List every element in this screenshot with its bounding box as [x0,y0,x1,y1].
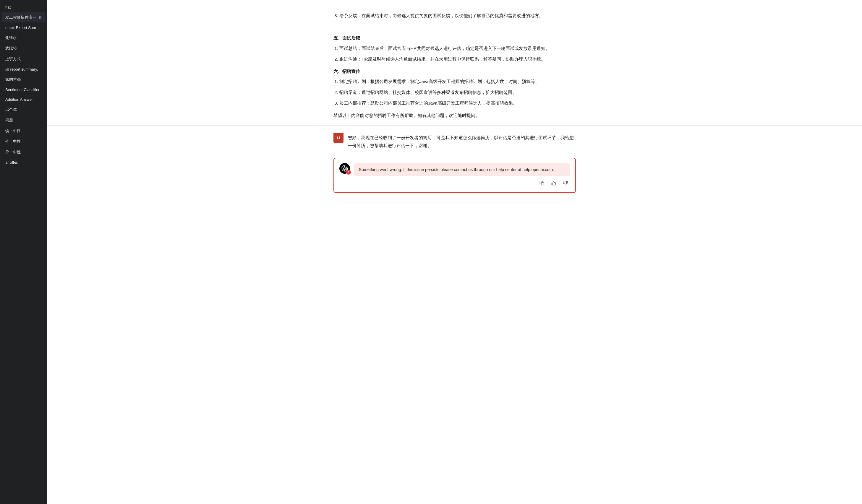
section5-list: 面试总结：面试结束后，面试官应与HR共同对候选人进行评估，确定是否进入下一轮面试… [334,44,576,63]
sidebar-item-14[interactable]: 价：中性 [2,147,45,157]
error-container: ! Something went wrong. If this issue pe… [334,158,576,193]
error-bubble: Something went wrong. If this issue pers… [354,163,570,176]
sidebar: hat 发工程师招聘流 ✏ 🗑 ompt: Expert Summary. 化请… [0,0,47,504]
gpt-icon-wrap: ! [339,163,350,174]
sidebar-item-15[interactable]: ar offer. [2,158,45,167]
section6-item-3: 员工内部推荐：鼓励公司内部员工推荐合适的Java高级开发工程师候选人，提高招聘效… [339,99,576,107]
sidebar-item-3[interactable]: 化请求 [2,33,45,43]
error-badge: ! [346,170,351,175]
section5-item-2: 跟进沟通：HR应及时与候选人沟通面试结果，并在录用过程中保持联系，解答疑问，协助… [339,55,576,63]
user-avatar: LI [334,133,343,143]
sidebar-item-7[interactable]: 家的首都 [2,75,45,84]
preceding-item: 给予反馈：在面试结束时，向候选人提供简要的面试反馈，以便他们了解自己的优势和需要… [339,12,576,19]
error-actions [354,179,570,188]
sidebar-item-6[interactable]: ial report summary. [2,65,45,74]
thumbs-down-button[interactable] [561,179,570,188]
section6-item-1: 制定招聘计划：根据公司发展需求，制定Java高级开发工程师的招聘计划，包括人数、… [339,78,576,85]
item-actions: ✏ 🗑 [33,15,42,20]
sidebar-item-5[interactable]: 上班方式 [2,54,45,64]
sidebar-item-2[interactable]: ompt: Expert Summary. [2,23,45,32]
error-message-block: ! Something went wrong. If this issue pe… [322,154,588,197]
sidebar-item-chat[interactable]: hat [2,3,45,12]
section6-list: 制定招聘计划：根据公司发展需求，制定Java高级开发工程师的招聘计划，包括人数、… [334,78,576,107]
sidebar-item-9[interactable]: Addition Answer [2,95,45,104]
sidebar-item-12[interactable]: 愤：中性 [2,126,45,136]
copy-button[interactable] [537,179,546,188]
assistant-message-preceding: 给予反馈：在面试结束时，向候选人提供简要的面试反馈，以便他们了解自己的优势和需要… [322,6,588,26]
sidebar-item-active[interactable]: 发工程师招聘流 ✏ 🗑 [2,12,45,23]
delete-icon[interactable]: 🗑 [38,15,42,20]
sidebar-item-4[interactable]: 式比较 [2,43,45,53]
edit-icon[interactable]: ✏ [33,15,36,20]
sidebar-item-11[interactable]: 问题 [2,115,45,125]
sidebar-item-10[interactable]: 出个体 [2,105,45,115]
user-message-text: 您好，我现在已经收到了一份开发者的简历，可是我不知道怎么筛选简历，以评估是否邀约… [348,133,576,149]
error-text-area: Something went wrong. If this issue pers… [354,163,570,188]
sidebar-item-8[interactable]: Sentiment Classifier [2,85,45,94]
divider [47,125,862,125]
sidebar-item-13[interactable]: 价：中性 [2,136,45,147]
section5-item-1: 面试总结：面试结束后，面试官应与HR共同对候选人进行评估，确定是否进入下一轮面试… [339,44,576,52]
thumbs-up-button[interactable] [549,179,558,188]
error-message-text: Something went wrong. If this issue pers… [359,167,554,172]
section6-item-2: 招聘渠道：通过招聘网站、社交媒体、校园宣讲等多种渠道发布招聘信息，扩大招聘范围。 [339,89,576,96]
summary-text: 希望以上内容能对您的招聘工作有所帮助。如有其他问题，欢迎随时提问。 [334,112,576,119]
section5-title: 五、面试后续 [334,34,576,42]
svg-rect-0 [541,183,544,185]
main-panel: 给予反馈：在面试结束时，向候选人提供简要的面试反馈，以便他们了解自己的优势和需要… [47,0,862,504]
chat-area[interactable]: 给予反馈：在面试结束时，向候选人提供简要的面试反馈，以便他们了解自己的优势和需要… [47,0,862,504]
assistant-message-section5: 五、面试后续 面试总结：面试结束后，面试官应与HR共同对候选人进行评估，确定是否… [322,26,588,123]
section6-title: 六、招聘宣传 [334,68,576,75]
user-message-block: LI 您好，我现在已经收到了一份开发者的简历，可是我不知道怎么筛选简历，以评估是… [322,128,588,154]
